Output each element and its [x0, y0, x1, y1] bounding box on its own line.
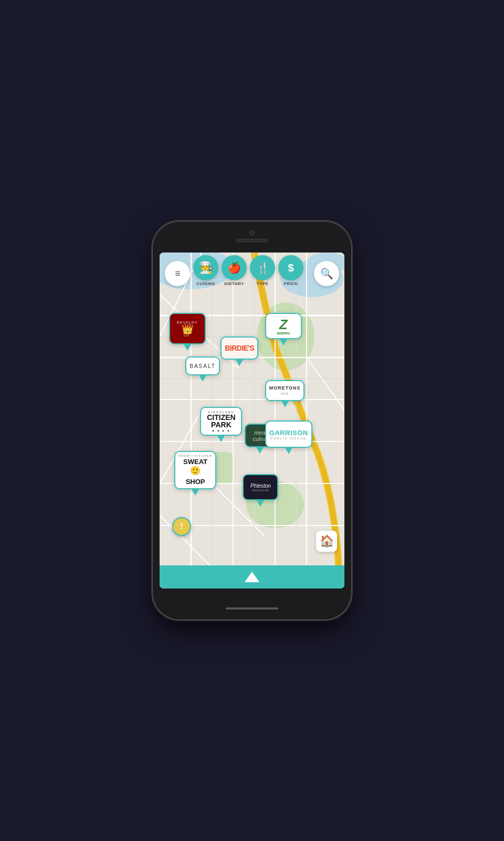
- home-bar: [226, 607, 278, 609]
- garrison-label: GARRISON PUBLIC HOUSE: [269, 429, 308, 440]
- citizen-park-card: KINGSLAND CITIZEN PARK ◆ ◆ ◆ ◆: [200, 407, 242, 436]
- menu-icon-circle: ≡: [165, 261, 190, 286]
- dietary-label: DIETARY: [224, 281, 244, 286]
- dietary-icon-circle: 🍎: [222, 255, 247, 280]
- cuisine-button[interactable]: 👨‍🍳 CUISINE: [193, 255, 218, 286]
- revelry-pin[interactable]: REVELRY 👑 EST.: [169, 313, 206, 351]
- top-nav: ≡ 👨‍🍳 CUISINE 🍎 DIETARY 🍴: [160, 253, 344, 290]
- home-icon: 🏠: [320, 534, 334, 548]
- sweatshop-pin-tail: [191, 488, 200, 496]
- moretons-pin[interactable]: MORETONSBAR: [265, 380, 305, 407]
- dietary-button[interactable]: 🍎 DIETARY: [222, 255, 247, 286]
- type-icon-circle: 🍴: [250, 255, 275, 280]
- type-label: TYPE: [257, 281, 269, 286]
- birdies-pin[interactable]: BIRDIE'S: [220, 337, 258, 366]
- basalt-label: BASALT: [190, 363, 216, 369]
- phone-device: ≡ 👨‍🍳 CUISINE 🍎 DIETARY 🍴: [152, 221, 352, 620]
- revelry-pin-tail: [183, 343, 192, 351]
- phone-camera: [249, 230, 255, 236]
- moretons-card: MORETONSBAR: [265, 380, 305, 401]
- menu-button[interactable]: ≡: [165, 261, 190, 286]
- phleston-pin[interactable]: Phleston PARADISE: [243, 474, 278, 507]
- revelry-card: REVELRY 👑 EST.: [169, 313, 206, 344]
- type-button[interactable]: 🍴 TYPE: [250, 255, 275, 286]
- cuisine-icon-circle: 👨‍🍳: [193, 255, 218, 280]
- phleston-card: Phleston PARADISE: [243, 474, 278, 500]
- alert-icon: !: [180, 522, 183, 531]
- garrison-card: GARRISON PUBLIC HOUSE: [265, 420, 312, 448]
- sweatshop-pin[interactable]: BREW • KITCHEN SWEAT 🙂 SHOP: [174, 451, 216, 496]
- birdies-card: BIRDIE'S: [220, 337, 258, 360]
- phone-screen: ≡ 👨‍🍳 CUISINE 🍎 DIETARY 🍴: [160, 253, 344, 588]
- cuisine-label: CUISINE: [196, 281, 215, 286]
- mea-culna-pin-tail: [256, 446, 264, 454]
- price-icon-circle: $: [278, 255, 303, 280]
- basalt-card: BASALT: [185, 356, 220, 375]
- sweatshop-card: BREW • KITCHEN SWEAT 🙂 SHOP: [174, 451, 216, 489]
- zambrero-pin-tail: [279, 338, 288, 345]
- garrison-pin[interactable]: GARRISON PUBLIC HOUSE: [265, 420, 312, 454]
- phleston-label: Phleston PARADISE: [250, 483, 271, 492]
- basalt-pin[interactable]: BASALT: [185, 356, 220, 382]
- zambrero-logo: Z: [279, 317, 288, 332]
- phone-speaker: [236, 239, 268, 242]
- citizen-park-pin[interactable]: KINGSLAND CITIZEN PARK ◆ ◆ ◆ ◆: [200, 407, 242, 442]
- home-button[interactable]: 🏠: [316, 531, 337, 552]
- search-button[interactable]: 🔍: [314, 261, 339, 286]
- garrison-pin-tail: [285, 447, 293, 454]
- zambrero-pin[interactable]: Z ambrero: [265, 313, 302, 345]
- phleston-pin-tail: [256, 499, 265, 507]
- price-label: PRICE: [284, 281, 298, 286]
- navigate-icon[interactable]: [245, 572, 259, 582]
- birdies-label: BIRDIE'S: [225, 344, 254, 352]
- price-button[interactable]: $ PRICE: [278, 255, 303, 286]
- alert-button[interactable]: !: [172, 517, 191, 536]
- moretons-pin-tail: [281, 400, 289, 407]
- bottom-bar: [160, 565, 344, 588]
- sweatshop-label: BREW • KITCHEN SWEAT 🙂 SHOP: [178, 454, 212, 486]
- moretons-label: MORETONSBAR: [269, 385, 301, 396]
- citizen-park-pin-tail: [217, 435, 225, 442]
- search-icon-circle: 🔍: [314, 261, 339, 286]
- birdies-pin-tail: [235, 359, 244, 366]
- citizen-park-label: KINGSLAND CITIZEN PARK ◆ ◆ ◆ ◆: [207, 411, 235, 432]
- basalt-pin-tail: [198, 374, 207, 382]
- zambrero-card: Z ambrero: [265, 313, 302, 339]
